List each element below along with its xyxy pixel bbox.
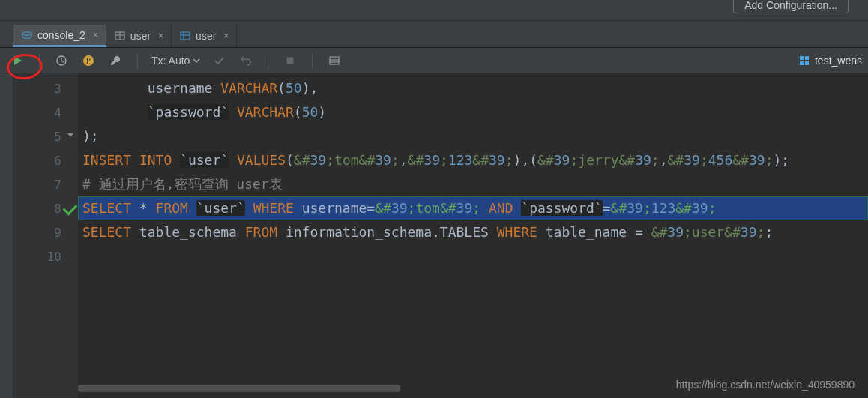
svg-rect-16 [805,61,809,65]
separator [137,53,138,68]
commit-icon[interactable] [211,52,227,69]
tab-label: user [196,30,216,42]
svg-rect-3 [181,32,190,40]
line-number-gutter: 345678910 [13,73,78,398]
close-icon[interactable]: × [223,31,229,41]
console-toolbar: P Tx: Auto test_wens [0,48,868,73]
line-number: 4 [13,100,78,124]
tx-mode-dropdown[interactable]: Tx: Auto [151,55,200,67]
tab-console-2[interactable]: console_2 × [13,25,106,47]
close-icon[interactable]: × [93,30,98,40]
table-icon [114,30,126,42]
editor-tabs: console_2 × user × user × [0,21,868,48]
editor: 345678910 username VARCHAR(50), `passwor… [0,73,868,398]
line-number: 8 [13,196,78,220]
sql-console-icon [21,29,33,41]
rollback-icon[interactable] [238,52,254,69]
code-line[interactable]: SELECT * FROM `user` WHERE username=&#39… [78,196,868,220]
stop-icon[interactable] [282,52,298,69]
history-icon[interactable] [53,52,70,69]
separator [268,53,268,68]
line-number: 10 [13,244,78,268]
close-icon[interactable]: × [158,31,163,41]
add-configuration-button[interactable]: Add Configuration... [733,0,849,13]
chevron-down-icon [193,57,200,64]
code-line[interactable]: INSERT INTO `user` VALUES(&#39;tom&#39;,… [78,148,868,172]
fold-icon[interactable] [66,130,75,139]
tab-user-table[interactable]: user × [106,25,172,47]
code-line[interactable]: username VARCHAR(50), [78,76,868,100]
code-line[interactable]: `password` VARCHAR(50) [78,100,868,124]
code-area[interactable]: username VARCHAR(50), `password` VARCHAR… [78,73,868,398]
output-layout-icon[interactable] [326,52,343,69]
code-line[interactable]: SELECT table_schema FROM information_sch… [78,220,868,244]
svg-rect-13 [800,56,804,60]
code-line[interactable]: # 通过用户名,密码查询 user表 [78,172,868,196]
code-line[interactable] [78,244,868,268]
svg-text:P: P [86,57,91,65]
horizontal-scrollbar[interactable] [78,385,868,394]
tab-label: user [130,30,151,42]
wrench-icon[interactable] [107,52,124,69]
line-number: 5 [13,124,78,148]
code-line[interactable]: ); [78,124,868,148]
scrollbar-thumb[interactable] [78,385,400,392]
line-number: 3 [13,76,78,100]
datasource-icon [798,55,810,67]
table-plan-icon [179,30,191,42]
tx-label-text: Tx: Auto [151,55,190,67]
tab-user-plan[interactable]: user × [172,25,237,47]
parameters-icon[interactable]: P [80,52,97,69]
separator [312,53,313,68]
line-number: 6 [13,148,78,172]
svg-rect-14 [805,56,809,60]
top-bar: Add Configuration... [0,0,868,21]
svg-rect-9 [287,57,294,64]
datasource-name: test_wens [815,55,862,67]
run-button[interactable] [9,52,25,69]
separator [39,53,40,68]
datasource-indicator[interactable]: test_wens [798,48,862,73]
line-number: 9 [13,220,78,244]
svg-rect-15 [800,61,804,65]
line-number: 7 [13,172,78,196]
tab-label: console_2 [37,29,85,41]
svg-rect-10 [330,57,339,64]
left-gutter-strip [0,73,13,398]
